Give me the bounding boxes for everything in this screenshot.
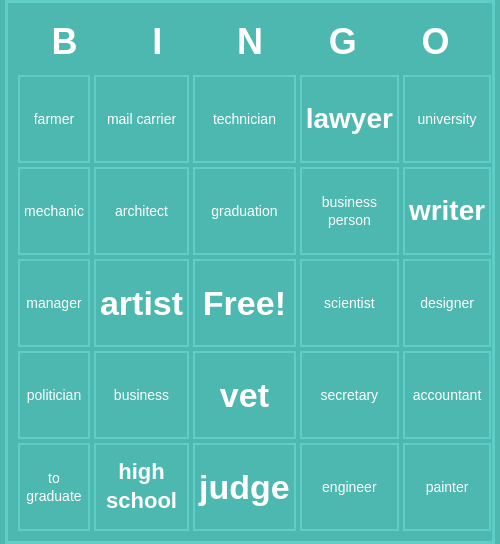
bingo-cell[interactable]: Free! <box>193 259 296 347</box>
bingo-cell[interactable]: engineer <box>300 443 399 531</box>
bingo-cell[interactable]: technician <box>193 75 296 163</box>
bingo-cell[interactable]: architect <box>94 167 189 255</box>
bingo-cell[interactable]: vet <box>193 351 296 439</box>
bingo-card: BINGO farmermail carriertechnicianlawyer… <box>5 0 495 544</box>
bingo-cell[interactable]: painter <box>403 443 491 531</box>
cell-text: high school <box>100 458 183 515</box>
cell-text: accountant <box>413 386 482 404</box>
cell-text: graduation <box>211 202 277 220</box>
cell-text: painter <box>426 478 469 496</box>
cell-text: business person <box>306 193 393 229</box>
bingo-cell[interactable]: secretary <box>300 351 399 439</box>
bingo-cell[interactable]: designer <box>403 259 491 347</box>
cell-text: artist <box>100 281 183 325</box>
cell-text: scientist <box>324 294 375 312</box>
bingo-cell[interactable]: mail carrier <box>94 75 189 163</box>
cell-text: business <box>114 386 169 404</box>
bingo-cell[interactable]: manager <box>18 259 90 347</box>
cell-text: politician <box>27 386 81 404</box>
bingo-cell[interactable]: artist <box>94 259 189 347</box>
bingo-cell[interactable]: judge <box>193 443 296 531</box>
cell-text: mail carrier <box>107 110 176 128</box>
bingo-letter: B <box>18 13 111 71</box>
bingo-cell[interactable]: farmer <box>18 75 90 163</box>
cell-text: farmer <box>34 110 74 128</box>
cell-text: Free! <box>203 281 286 325</box>
cell-text: university <box>417 110 476 128</box>
bingo-cell[interactable]: high school <box>94 443 189 531</box>
bingo-letter: G <box>296 13 389 71</box>
bingo-cell[interactable]: to graduate <box>18 443 90 531</box>
bingo-cell[interactable]: lawyer <box>300 75 399 163</box>
cell-text: to graduate <box>24 469 84 505</box>
bingo-cell[interactable]: politician <box>18 351 90 439</box>
bingo-letter: N <box>204 13 297 71</box>
cell-text: manager <box>26 294 81 312</box>
bingo-cell[interactable]: business person <box>300 167 399 255</box>
cell-text: designer <box>420 294 474 312</box>
cell-text: architect <box>115 202 168 220</box>
bingo-grid: farmermail carriertechnicianlawyeruniver… <box>18 75 482 531</box>
bingo-letter: I <box>111 13 204 71</box>
cell-text: technician <box>213 110 276 128</box>
bingo-cell[interactable]: scientist <box>300 259 399 347</box>
bingo-header: BINGO <box>18 13 482 71</box>
cell-text: secretary <box>321 386 379 404</box>
cell-text: lawyer <box>306 101 393 137</box>
bingo-cell[interactable]: university <box>403 75 491 163</box>
bingo-cell[interactable]: graduation <box>193 167 296 255</box>
cell-text: mechanic <box>24 202 84 220</box>
bingo-cell[interactable]: mechanic <box>18 167 90 255</box>
bingo-cell[interactable]: business <box>94 351 189 439</box>
bingo-letter: O <box>389 13 482 71</box>
cell-text: vet <box>220 373 269 417</box>
cell-text: engineer <box>322 478 377 496</box>
bingo-cell[interactable]: accountant <box>403 351 491 439</box>
bingo-cell[interactable]: writer <box>403 167 491 255</box>
cell-text: writer <box>409 193 485 229</box>
cell-text: judge <box>199 465 290 509</box>
